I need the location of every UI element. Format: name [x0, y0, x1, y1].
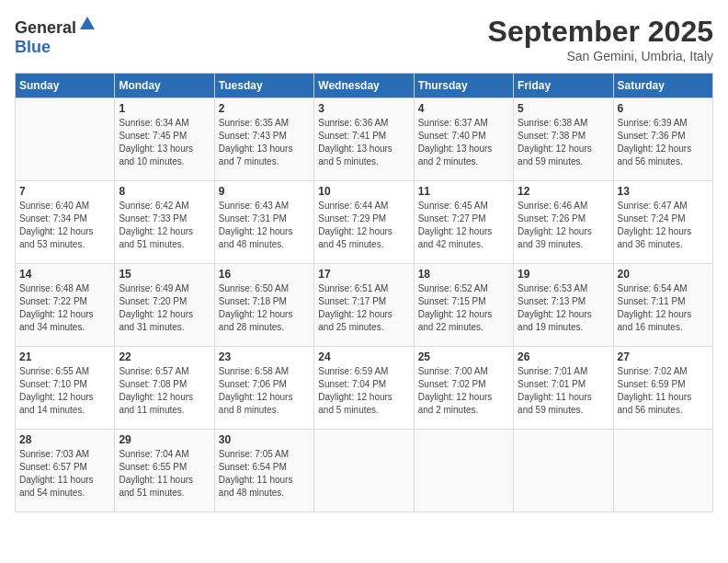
- calendar-cell: [414, 430, 513, 512]
- day-info: Sunrise: 6:54 AMSunset: 7:11 PMDaylight:…: [618, 282, 709, 334]
- calendar-cell: 27Sunrise: 7:02 AMSunset: 6:59 PMDayligh…: [613, 347, 712, 430]
- day-number: 16: [219, 268, 310, 281]
- day-info: Sunrise: 6:58 AMSunset: 7:06 PMDaylight:…: [219, 365, 310, 417]
- day-info: Sunrise: 6:48 AMSunset: 7:22 PMDaylight:…: [19, 282, 110, 334]
- day-number: 30: [219, 433, 310, 446]
- day-header-sunday: Sunday: [16, 74, 115, 98]
- calendar-cell: 2Sunrise: 6:35 AMSunset: 7:43 PMDaylight…: [214, 98, 313, 181]
- day-info: Sunrise: 6:57 AMSunset: 7:08 PMDaylight:…: [119, 365, 210, 417]
- calendar-cell: [16, 98, 115, 181]
- day-number: 10: [318, 185, 409, 198]
- logo-blue: Blue: [15, 38, 51, 56]
- calendar-cell: 25Sunrise: 7:00 AMSunset: 7:02 PMDayligh…: [414, 347, 513, 430]
- day-info: Sunrise: 7:00 AMSunset: 7:02 PMDaylight:…: [418, 365, 509, 417]
- calendar-cell: [613, 430, 712, 512]
- calendar-week-row: 7Sunrise: 6:40 AMSunset: 7:34 PMDaylight…: [16, 181, 713, 264]
- day-number: 17: [318, 268, 409, 281]
- day-info: Sunrise: 6:44 AMSunset: 7:29 PMDaylight:…: [318, 200, 409, 251]
- day-number: 29: [119, 433, 210, 446]
- day-info: Sunrise: 6:35 AMSunset: 7:43 PMDaylight:…: [219, 117, 310, 168]
- day-info: Sunrise: 6:49 AMSunset: 7:20 PMDaylight:…: [119, 282, 210, 334]
- calendar-table: SundayMondayTuesdayWednesdayThursdayFrid…: [15, 73, 713, 512]
- day-number: 23: [219, 350, 310, 363]
- day-number: 6: [618, 102, 709, 115]
- day-number: 3: [318, 102, 409, 115]
- day-number: 4: [418, 102, 509, 115]
- day-header-thursday: Thursday: [414, 74, 513, 98]
- day-number: 18: [418, 268, 509, 281]
- day-number: 14: [19, 268, 110, 281]
- calendar-cell: 13Sunrise: 6:47 AMSunset: 7:24 PMDayligh…: [613, 181, 712, 264]
- day-number: 15: [119, 268, 210, 281]
- day-number: 2: [219, 102, 310, 115]
- day-number: 28: [19, 433, 110, 446]
- day-header-tuesday: Tuesday: [214, 74, 313, 98]
- day-info: Sunrise: 6:45 AMSunset: 7:27 PMDaylight:…: [418, 200, 509, 251]
- logo-general: General: [15, 18, 76, 37]
- day-number: 12: [518, 185, 609, 198]
- calendar-cell: 19Sunrise: 6:53 AMSunset: 7:13 PMDayligh…: [514, 264, 613, 347]
- calendar-cell: 5Sunrise: 6:38 AMSunset: 7:38 PMDaylight…: [514, 98, 613, 181]
- calendar-cell: 15Sunrise: 6:49 AMSunset: 7:20 PMDayligh…: [115, 264, 214, 347]
- day-info: Sunrise: 7:04 AMSunset: 6:55 PMDaylight:…: [119, 448, 210, 500]
- day-number: 19: [518, 268, 609, 281]
- day-number: 20: [618, 268, 709, 281]
- day-info: Sunrise: 7:01 AMSunset: 7:01 PMDaylight:…: [518, 365, 609, 417]
- calendar-cell: 17Sunrise: 6:51 AMSunset: 7:17 PMDayligh…: [314, 264, 414, 347]
- calendar-cell: 10Sunrise: 6:44 AMSunset: 7:29 PMDayligh…: [314, 181, 414, 264]
- calendar-cell: 4Sunrise: 6:37 AMSunset: 7:40 PMDaylight…: [414, 98, 513, 181]
- calendar-cell: 9Sunrise: 6:43 AMSunset: 7:31 PMDaylight…: [214, 181, 313, 264]
- day-number: 11: [418, 185, 509, 198]
- calendar-cell: 22Sunrise: 6:57 AMSunset: 7:08 PMDayligh…: [115, 347, 214, 430]
- day-number: 21: [19, 350, 110, 363]
- calendar-cell: [514, 430, 613, 512]
- day-number: 25: [418, 350, 509, 363]
- location-title: San Gemini, Umbria, Italy: [488, 49, 713, 63]
- day-number: 24: [318, 350, 409, 363]
- day-header-saturday: Saturday: [613, 74, 712, 98]
- svg-marker-0: [80, 17, 95, 29]
- calendar-cell: 28Sunrise: 7:03 AMSunset: 6:57 PMDayligh…: [16, 430, 115, 512]
- day-info: Sunrise: 7:02 AMSunset: 6:59 PMDaylight:…: [618, 365, 709, 417]
- calendar-cell: 7Sunrise: 6:40 AMSunset: 7:34 PMDaylight…: [16, 181, 115, 264]
- day-number: 7: [19, 185, 110, 198]
- header: General Blue September 2025 San Gemini, …: [15, 15, 713, 63]
- day-info: Sunrise: 6:42 AMSunset: 7:33 PMDaylight:…: [119, 200, 210, 251]
- day-number: 22: [119, 350, 210, 363]
- calendar-cell: 29Sunrise: 7:04 AMSunset: 6:55 PMDayligh…: [115, 430, 214, 512]
- day-info: Sunrise: 6:53 AMSunset: 7:13 PMDaylight:…: [518, 282, 609, 334]
- day-info: Sunrise: 6:59 AMSunset: 7:04 PMDaylight:…: [318, 365, 409, 417]
- calendar-cell: 16Sunrise: 6:50 AMSunset: 7:18 PMDayligh…: [214, 264, 313, 347]
- day-info: Sunrise: 6:43 AMSunset: 7:31 PMDaylight:…: [219, 200, 310, 251]
- day-header-monday: Monday: [115, 74, 214, 98]
- calendar-week-row: 21Sunrise: 6:55 AMSunset: 7:10 PMDayligh…: [16, 347, 713, 430]
- calendar-cell: 26Sunrise: 7:01 AMSunset: 7:01 PMDayligh…: [514, 347, 613, 430]
- calendar-week-row: 28Sunrise: 7:03 AMSunset: 6:57 PMDayligh…: [16, 430, 713, 512]
- day-number: 27: [618, 350, 709, 363]
- day-header-wednesday: Wednesday: [314, 74, 414, 98]
- calendar-header-row: SundayMondayTuesdayWednesdayThursdayFrid…: [16, 74, 713, 98]
- calendar-cell: 23Sunrise: 6:58 AMSunset: 7:06 PMDayligh…: [214, 347, 313, 430]
- calendar-body: 1Sunrise: 6:34 AMSunset: 7:45 PMDaylight…: [16, 98, 713, 512]
- day-number: 13: [618, 185, 709, 198]
- calendar-cell: 18Sunrise: 6:52 AMSunset: 7:15 PMDayligh…: [414, 264, 513, 347]
- calendar-cell: 8Sunrise: 6:42 AMSunset: 7:33 PMDaylight…: [115, 181, 214, 264]
- calendar-cell: 20Sunrise: 6:54 AMSunset: 7:11 PMDayligh…: [613, 264, 712, 347]
- calendar-cell: 30Sunrise: 7:05 AMSunset: 6:54 PMDayligh…: [214, 430, 313, 512]
- calendar-cell: [314, 430, 414, 512]
- month-title: September 2025: [488, 15, 713, 49]
- title-area: September 2025 San Gemini, Umbria, Italy: [488, 15, 713, 63]
- day-number: 9: [219, 185, 310, 198]
- day-number: 26: [518, 350, 609, 363]
- day-info: Sunrise: 6:52 AMSunset: 7:15 PMDaylight:…: [418, 282, 509, 334]
- day-info: Sunrise: 7:03 AMSunset: 6:57 PMDaylight:…: [19, 448, 110, 500]
- day-info: Sunrise: 6:34 AMSunset: 7:45 PMDaylight:…: [119, 117, 210, 168]
- day-info: Sunrise: 6:36 AMSunset: 7:41 PMDaylight:…: [318, 117, 409, 168]
- day-number: 8: [119, 185, 210, 198]
- calendar-cell: 14Sunrise: 6:48 AMSunset: 7:22 PMDayligh…: [16, 264, 115, 347]
- day-info: Sunrise: 6:37 AMSunset: 7:40 PMDaylight:…: [418, 117, 509, 168]
- day-info: Sunrise: 6:55 AMSunset: 7:10 PMDaylight:…: [19, 365, 110, 417]
- calendar-cell: 6Sunrise: 6:39 AMSunset: 7:36 PMDaylight…: [613, 98, 712, 181]
- calendar-week-row: 1Sunrise: 6:34 AMSunset: 7:45 PMDaylight…: [16, 98, 713, 181]
- logo: General Blue: [15, 15, 97, 57]
